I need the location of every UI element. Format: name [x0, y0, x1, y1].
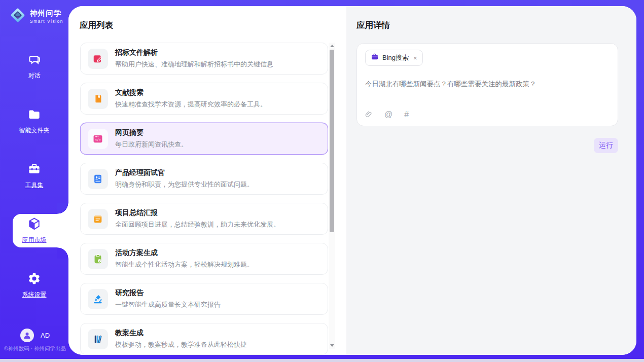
- tool-chip-label: Bing搜索: [382, 53, 409, 62]
- tool-chip-bing-search[interactable]: Bing搜索 ×: [365, 50, 423, 66]
- brand: 神州问学 Smart Vision: [9, 7, 63, 26]
- app-detail-title: 应用详情: [356, 20, 618, 31]
- sidebar-item-label: 对话: [28, 71, 41, 80]
- interview-doc-icon: [88, 169, 108, 189]
- briefcase-icon: [371, 53, 379, 63]
- chat-icon: [27, 53, 41, 68]
- chip-close-icon[interactable]: ×: [413, 55, 417, 61]
- app-card-description: 全面回顾项目进展，总结经验教训，助力未来优化发展。: [115, 220, 280, 229]
- books-icon: [88, 329, 108, 349]
- sidebar-item-label: 智能文件夹: [19, 126, 50, 135]
- scrollbar[interactable]: [329, 43, 335, 349]
- attachment-icon[interactable]: [365, 110, 373, 119]
- scroll-down-button[interactable]: [329, 342, 335, 349]
- app-card-title: 招标文件解析: [115, 48, 273, 57]
- book-icon: [88, 89, 108, 109]
- app-card-title: 活动方案生成: [115, 248, 254, 258]
- brand-logo-icon: [9, 7, 26, 26]
- cube-icon: [27, 217, 41, 233]
- app-card-title: 网页摘要: [115, 128, 188, 137]
- folder-icon: [27, 107, 41, 123]
- topic-icon[interactable]: #: [404, 111, 409, 119]
- sidebar-item-settings[interactable]: 系统设置: [0, 272, 68, 300]
- prompt-text[interactable]: 今日湖北有哪些新闻要点？有哪些需要关注的最新政策？: [365, 80, 610, 89]
- app-card-title: 项目总结汇报: [115, 208, 280, 218]
- app-card[interactable]: 教案生成 模板驱动，教案秒成，教学准备从此轻松快捷: [80, 323, 328, 355]
- app-card-description: 帮助用户快速、准确地理解和解析招标书中的关键信息: [115, 60, 273, 69]
- avatar[interactable]: [20, 329, 34, 342]
- gear-icon: [27, 272, 41, 287]
- app-detail-panel: 应用详情 Bing搜索 × 今日湖北有哪些新闻要点？有哪些需要关注的最新政策？ …: [346, 6, 636, 355]
- main-content: 应用列表 招标文件解析 帮助用户快速、准确地理解和解析招标书中的关键信息 文献搜…: [68, 6, 636, 355]
- plan-check-icon: [88, 249, 108, 269]
- microscope-icon: [88, 289, 108, 309]
- app-list-title: 应用列表: [80, 20, 113, 31]
- document-pen-icon: [88, 49, 108, 69]
- app-card-description: 模板驱动，教案秒成，教学准备从此轻松快捷: [115, 340, 247, 349]
- scroll-up-button[interactable]: [329, 43, 335, 49]
- sidebar-item-label: 工具集: [25, 181, 44, 190]
- app-card-description: 每日政府新闻资讯快查。: [115, 140, 188, 149]
- sidebar-nav: 对话智能文件夹工具集应用市场系统设置: [0, 53, 68, 300]
- bottom-strip: [0, 359, 644, 362]
- sidebar-item-label: 应用市场: [22, 236, 47, 244]
- app-card-list: 招标文件解析 帮助用户快速、准确地理解和解析招标书中的关键信息 文献搜索 快速精…: [80, 43, 328, 355]
- svg-text:</>: </>: [95, 138, 101, 142]
- app-card-description: 一键智能生成高质量长文本研究报告: [115, 300, 221, 309]
- app-card[interactable]: 研究报告 一键智能生成高质量长文本研究报告: [80, 283, 328, 315]
- sidebar-item-chat[interactable]: 对话: [0, 53, 68, 81]
- user-initials: AD: [41, 332, 50, 339]
- app-card[interactable]: 产品经理面试官 明确身份和职责，为您提供专业性的面试问题。: [80, 163, 328, 195]
- sidebar-item-label: 系统设置: [22, 291, 47, 299]
- copyright-footer: ©神州数码 · 神州问学出品: [4, 345, 66, 352]
- app-card[interactable]: 文献搜索 快速精准查找学术资源，提高研究效率的必备工具。: [80, 83, 328, 115]
- sidebar-item-tools[interactable]: 工具集: [0, 162, 68, 191]
- app-card-title: 产品经理面试官: [115, 168, 254, 177]
- user-area[interactable]: AD: [20, 329, 50, 342]
- scrollbar-thumb[interactable]: [330, 50, 334, 232]
- app-card-title: 文献搜索: [115, 88, 267, 97]
- mention-icon[interactable]: @: [384, 111, 392, 119]
- toolbox-icon: [27, 162, 41, 178]
- app-list-panel: 应用列表 招标文件解析 帮助用户快速、准确地理解和解析招标书中的关键信息 文献搜…: [68, 6, 346, 355]
- app-card[interactable]: 招标文件解析 帮助用户快速、准确地理解和解析招标书中的关键信息: [80, 43, 328, 75]
- brand-name: 神州问学: [30, 9, 63, 18]
- app-card-description: 智能生成个性化活动方案，轻松解决规划难题。: [115, 260, 254, 269]
- sidebar: 神州问学 Smart Vision 对话智能文件夹工具集应用市场系统设置 AD …: [0, 0, 68, 359]
- run-button[interactable]: 运行: [594, 138, 618, 153]
- app-card-title: 教案生成: [115, 329, 247, 338]
- app-card[interactable]: </> 网页摘要 每日政府新闻资讯快查。: [80, 123, 328, 155]
- app-card[interactable]: 项目总结汇报 全面回顾项目进展，总结经验教训，助力未来优化发展。: [80, 203, 328, 235]
- app-card-title: 研究报告: [115, 288, 221, 298]
- sidebar-item-app-market[interactable]: 应用市场: [0, 217, 68, 245]
- app-card-description: 快速精准查找学术资源，提高研究效率的必备工具。: [115, 100, 267, 109]
- composer-toolbar: @#: [365, 110, 610, 119]
- prompt-input-card[interactable]: Bing搜索 × 今日湖北有哪些新闻要点？有哪些需要关注的最新政策？ @#: [356, 43, 618, 126]
- app-card[interactable]: 活动方案生成 智能生成个性化活动方案，轻松解决规划难题。: [80, 243, 328, 275]
- app-card-description: 明确身份和职责，为您提供专业性的面试问题。: [115, 180, 254, 189]
- sidebar-item-folders[interactable]: 智能文件夹: [0, 107, 68, 136]
- summary-note-icon: [88, 209, 108, 229]
- brand-subtitle: Smart Vision: [30, 19, 63, 24]
- web-page-icon: </>: [88, 129, 108, 149]
